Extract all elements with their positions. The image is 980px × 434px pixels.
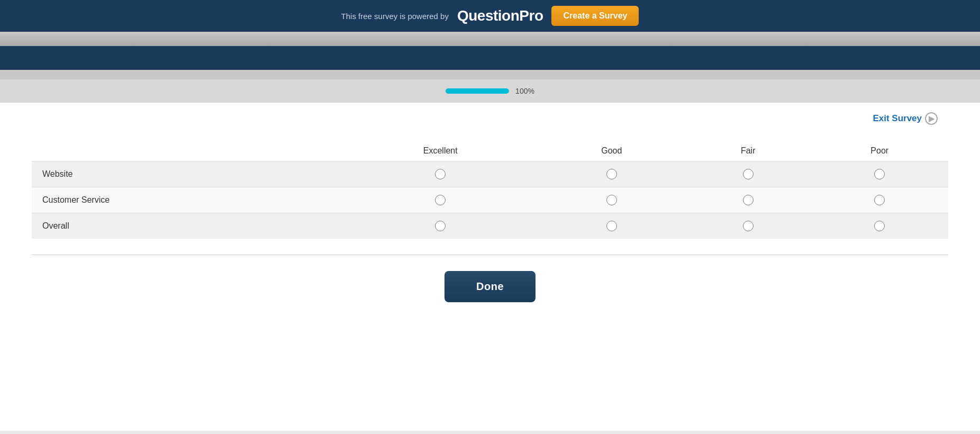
exit-survey-row: Exit Survey ▶ [21, 103, 959, 125]
top-banner: This free survey is powered by QuestionP… [0, 0, 980, 32]
radio-website-fair[interactable] [743, 169, 754, 179]
cell-website-excellent[interactable] [343, 161, 538, 187]
table-row: Overall [32, 213, 948, 239]
progress-bar-track [446, 88, 509, 94]
progress-bar-fill [446, 88, 509, 94]
cell-overall-poor[interactable] [811, 213, 949, 239]
cell-website-poor[interactable] [811, 161, 949, 187]
radio-cs-good[interactable] [606, 195, 617, 205]
radio-website-poor[interactable] [874, 169, 885, 179]
radio-overall-poor[interactable] [874, 221, 885, 231]
cell-overall-excellent[interactable] [343, 213, 538, 239]
radio-overall-good[interactable] [606, 221, 617, 231]
progress-area: 100% [0, 79, 980, 103]
divider [32, 255, 948, 255]
main-content: Exit Survey ▶ Excellent Good Fair Poor W… [0, 103, 980, 431]
done-area: Done [21, 271, 959, 302]
row-label-customer-service: Customer Service [32, 187, 343, 213]
col-header-poor: Poor [811, 141, 949, 161]
cell-website-good[interactable] [538, 161, 685, 187]
create-survey-button[interactable]: Create a Survey [551, 6, 639, 26]
cell-cs-excellent[interactable] [343, 187, 538, 213]
cell-cs-fair[interactable] [685, 187, 811, 213]
radio-cs-excellent[interactable] [435, 195, 446, 205]
col-header-label [32, 141, 343, 161]
radio-website-good[interactable] [606, 169, 617, 179]
table-row: Customer Service [32, 187, 948, 213]
exit-survey-link[interactable]: Exit Survey ▶ [873, 112, 938, 125]
progress-label: 100% [515, 87, 534, 95]
col-header-excellent: Excellent [343, 141, 538, 161]
cell-cs-poor[interactable] [811, 187, 949, 213]
radio-overall-fair[interactable] [743, 221, 754, 231]
radio-cs-poor[interactable] [874, 195, 885, 205]
exit-arrow-icon: ▶ [925, 112, 938, 125]
cell-overall-good[interactable] [538, 213, 685, 239]
powered-by-text: This free survey is powered by [341, 12, 449, 21]
col-header-fair: Fair [685, 141, 811, 161]
done-button[interactable]: Done [444, 271, 536, 302]
cell-cs-good[interactable] [538, 187, 685, 213]
radio-overall-excellent[interactable] [435, 221, 446, 231]
table-row: Website [32, 161, 948, 187]
radio-cs-fair[interactable] [743, 195, 754, 205]
exit-survey-label: Exit Survey [873, 113, 922, 124]
decorative-stripe [0, 32, 980, 79]
brand-name: QuestionPro [457, 7, 543, 24]
radio-website-excellent[interactable] [435, 169, 446, 179]
row-label-website: Website [32, 161, 343, 187]
survey-table-wrapper: Excellent Good Fair Poor Website [32, 141, 948, 239]
table-header-row: Excellent Good Fair Poor [32, 141, 948, 161]
cell-overall-fair[interactable] [685, 213, 811, 239]
cell-website-fair[interactable] [685, 161, 811, 187]
col-header-good: Good [538, 141, 685, 161]
row-label-overall: Overall [32, 213, 343, 239]
survey-table: Excellent Good Fair Poor Website [32, 141, 948, 239]
